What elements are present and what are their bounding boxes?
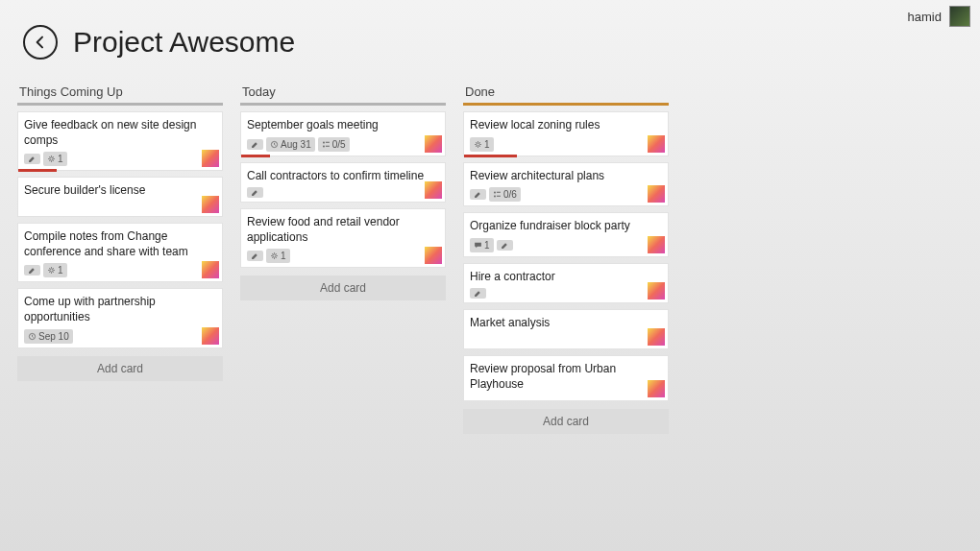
pencil-badge [497,240,513,251]
member-avatar[interactable] [648,135,665,153]
list-title: Today [240,84,446,106]
card-title: Come up with partnership opportunities [24,295,216,324]
member-avatar[interactable] [202,327,219,345]
badges: 1 [24,152,216,166]
pencil-badge [247,139,263,150]
checklist-icon [493,190,502,199]
card[interactable]: Market analysis [463,309,669,349]
badges: 1 [247,249,439,263]
pencil-badge [24,265,40,276]
card[interactable]: Organize fundraiser block party1 [463,212,669,257]
pencil-badge [247,251,263,261]
card-title: Review food and retail vendor applicatio… [247,215,439,245]
list: DoneReview local zoning rules1Review arc… [463,84,669,434]
card[interactable]: Come up with partnership opportunitiesSe… [17,288,223,347]
back-button[interactable] [23,25,58,60]
svg-rect-9 [494,196,496,198]
pencil-icon [251,188,259,197]
add-card-button[interactable]: Add card [240,276,446,300]
badges: Sep 10 [24,329,216,344]
svg-point-6 [273,254,276,257]
checklist-badge: 0/5 [318,137,350,152]
pencil-badge [470,288,486,299]
member-avatar[interactable] [202,196,219,213]
add-card-button[interactable]: Add card [463,409,669,434]
pencil-icon [251,252,259,260]
member-avatar[interactable] [648,328,665,346]
pencil-badge [24,154,40,164]
progress-stripe [18,169,57,172]
card[interactable]: Compile notes from Change conference and… [17,223,223,282]
member-avatar[interactable] [648,380,665,397]
comment-icon [474,241,482,250]
add-card-button[interactable]: Add card [17,356,223,381]
pencil-icon [474,190,482,199]
svg-rect-5 [323,145,325,147]
card[interactable]: September goals meetingAug 310/5 [240,111,446,156]
card-title: Review architectural plans [470,169,662,184]
svg-point-1 [50,269,53,272]
progress-stripe [464,155,517,157]
card[interactable]: Secure builder's license [17,177,223,217]
card-title: Give feedback on new site design comps [24,118,216,148]
badges: Aug 310/5 [247,137,439,152]
member-avatar[interactable] [648,282,665,299]
clock-icon [270,140,279,149]
card[interactable]: Hire a contractor [463,263,669,304]
card-title: Secure builder's license [24,183,216,199]
member-avatar[interactable] [202,261,219,278]
card[interactable]: Review food and retail vendor applicatio… [240,208,446,268]
gear-badge: 1 [43,152,67,166]
card-title: Market analysis [470,316,662,331]
gear-badge: 1 [43,263,67,277]
svg-rect-4 [323,141,325,143]
pencil-badge [247,187,263,198]
card-title: Call contractors to confirm timeline [247,169,439,184]
member-avatar[interactable] [202,150,219,167]
card-title: Hire a contractor [470,270,662,285]
badges [470,288,662,299]
badges [247,187,439,198]
card-title: Organize fundraiser block party [470,219,662,234]
member-avatar[interactable] [425,181,442,199]
progress-stripe [241,155,270,157]
member-avatar[interactable] [648,185,665,203]
gear-icon [47,155,56,163]
card-title: September goals meeting [247,118,439,133]
clock-icon [28,332,37,341]
card-title: Compile notes from Change conference and… [24,229,216,259]
checklist-badge: 0/6 [489,187,521,202]
svg-point-7 [477,142,479,145]
pencil-icon [28,155,37,163]
pencil-icon [251,140,259,149]
member-avatar[interactable] [425,247,442,264]
username: hamid [908,10,942,24]
badges: 0/6 [470,187,662,202]
gear-badge: 1 [266,249,290,263]
card[interactable]: Give feedback on new site design comps1 [17,111,223,171]
user-avatar[interactable] [949,6,970,27]
list-title: Done [463,84,669,106]
pencil-icon [474,289,482,298]
header: Project Awesome [0,0,980,77]
member-avatar[interactable] [648,236,665,253]
member-avatar[interactable] [425,135,442,153]
card[interactable]: Review architectural plans0/6 [463,162,669,207]
list-title: Things Coming Up [17,84,223,106]
svg-point-0 [50,157,53,160]
user-info[interactable]: hamid [908,6,970,27]
board-title: Project Awesome [73,26,295,59]
badges: 1 [470,137,662,152]
card[interactable]: Review local zoning rules1 [463,111,669,156]
gear-badge: 1 [470,137,494,152]
board: Things Coming UpGive feedback on new sit… [0,77,980,434]
card[interactable]: Review proposal from Urban Playhouse [463,355,669,400]
badges: 1 [470,238,662,252]
card-title: Review proposal from Urban Playhouse [470,362,662,392]
gear-icon [474,140,482,149]
card[interactable]: Call contractors to confirm timeline [240,162,446,204]
comment-badge: 1 [470,238,494,252]
pencil-icon [28,266,37,275]
list: Things Coming UpGive feedback on new sit… [17,84,223,434]
pencil-badge [470,189,486,200]
